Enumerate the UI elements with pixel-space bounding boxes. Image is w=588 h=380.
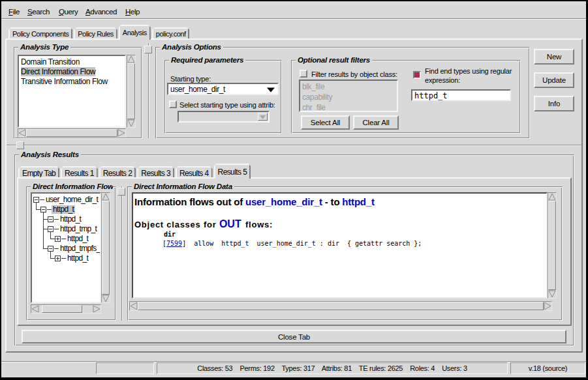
tree-node-user_home_dir_t[interactable]: user_home_dir_t [44, 195, 99, 205]
attrib-combo-button [258, 113, 268, 121]
tree-node-label[interactable]: httpd_t [59, 215, 82, 224]
flow-rule-line: [7599] allow httpd_t user_home_dir_t : d… [162, 240, 546, 247]
tree-node-label[interactable]: httpd_tmp_t [59, 225, 98, 233]
flow-data-textarea[interactable]: Information flows out of user_home_dir_t… [132, 192, 548, 299]
new-button[interactable]: New [534, 49, 574, 65]
results-sash-handle[interactable] [117, 188, 125, 196]
results-sash-vertical[interactable] [121, 186, 123, 321]
results-tab-results-5[interactable]: Results 5 [214, 164, 251, 179]
results-tab-results-2[interactable]: Results 2 [99, 166, 136, 177]
scroll-thumb[interactable] [26, 129, 117, 137]
update-button[interactable]: Update [534, 72, 574, 88]
tree-node-label[interactable]: httpd_tmpfs_t [59, 244, 101, 253]
starting-type-combobox[interactable]: user_home_dir_t [167, 83, 279, 95]
tree-node-httpd_t[interactable]: httpd_t [66, 234, 89, 244]
info-button[interactable]: Info [534, 96, 574, 111]
analysis-type-hscrollbar[interactable] [18, 128, 126, 138]
tree-node-label[interactable]: httpd_t [66, 235, 89, 243]
scroll-up-icon[interactable] [548, 193, 556, 201]
tree-collapse-icon[interactable] [48, 246, 54, 252]
tab-policy-components[interactable]: Policy Components [8, 27, 72, 38]
tree-node-httpd_tmpfs_t[interactable]: httpd_tmpfs_t [59, 244, 101, 254]
clear-all-button[interactable]: Clear All [353, 115, 399, 130]
pane-sash-handle[interactable] [144, 46, 152, 53]
pane-sash-vertical[interactable] [148, 43, 149, 138]
menu-help[interactable]: Help [125, 8, 140, 16]
menu-search[interactable]: Search [27, 8, 50, 16]
analysis-options-group: Analysis Options Required parameters Sta… [155, 47, 530, 139]
results-tab-results-3[interactable]: Results 3 [137, 166, 174, 177]
pane-sash-horizontal[interactable] [7, 145, 581, 146]
scroll-down-icon[interactable] [102, 295, 110, 302]
analysis-options-group-label: Analysis Options [160, 43, 223, 51]
tree-connector-line [36, 203, 37, 209]
analysis-type-item[interactable]: Direct Information Flow [19, 67, 125, 77]
close-tab-button[interactable]: Close Tab [22, 330, 566, 343]
menu-file[interactable]: File [8, 8, 20, 16]
analysis-type-item-label[interactable]: Direct Information Flow [21, 67, 95, 76]
tree-node-httpd_t[interactable]: httpd_t [66, 254, 89, 263]
tree-collapse-icon[interactable] [48, 226, 54, 232]
scroll-up-icon[interactable] [102, 193, 110, 201]
attrib-checkbox-label: Select starting type using attrib: [179, 101, 275, 109]
tree-node-label[interactable]: user_home_dir_t [44, 196, 99, 204]
object-class-item: capability [300, 92, 397, 102]
scroll-left-icon[interactable] [130, 302, 138, 310]
results-tab-results-4[interactable]: Results 4 [176, 166, 213, 177]
tab-policy-conf[interactable]: policy.conf [152, 27, 190, 38]
scroll-up-icon[interactable] [127, 55, 135, 63]
object-class-item: blk_file [300, 81, 397, 92]
tree-collapse-icon[interactable] [48, 216, 54, 222]
scroll-thumb[interactable] [102, 201, 110, 295]
analysis-type-item[interactable]: Transitive Information Flow [19, 77, 125, 87]
scroll-thumb[interactable] [127, 63, 135, 119]
flow-data-vscrollbar[interactable] [548, 192, 557, 299]
scroll-right-icon[interactable] [544, 302, 551, 310]
tree-collapse-icon[interactable] [33, 197, 39, 203]
tab-policy-rules[interactable]: Policy Rules [74, 27, 117, 38]
scroll-down-icon[interactable] [548, 290, 556, 298]
tree-expand-icon[interactable] [55, 236, 61, 242]
tree-node-label[interactable]: httpd_t [66, 254, 89, 263]
scroll-right-icon[interactable] [117, 129, 125, 137]
scroll-down-icon[interactable] [127, 119, 135, 127]
attrib-checkbox-indicator[interactable] [169, 100, 177, 108]
regex-checkbox[interactable] [413, 71, 421, 79]
tree-node-httpd_t[interactable]: httpd_t [52, 205, 75, 214]
flow-tree-group: Direct Information Flow Tree user_home_d… [26, 186, 116, 321]
scroll-thumb[interactable] [42, 305, 82, 313]
select-all-button[interactable]: Select All [301, 115, 350, 130]
attrib-checkbox[interactable] [169, 100, 177, 110]
tree-expand-icon[interactable] [55, 256, 61, 261]
tab-analysis[interactable]: Analysis [119, 25, 151, 40]
analysis-type-listbox[interactable]: Domain TransitionDirect Information Flow… [18, 55, 126, 128]
menu-advanced[interactable]: Advanced [85, 8, 117, 16]
analysis-type-item[interactable]: Domain Transition [19, 57, 125, 67]
apol-window: FileSearchQueryAdvancedHelp Policy Compo… [0, 0, 588, 380]
pane-sash-horizontal-handle[interactable] [16, 141, 24, 149]
analysis-type-item-label[interactable]: Transitive Information Flow [21, 77, 108, 86]
tree-node-httpd_t[interactable]: httpd_t [59, 214, 82, 224]
flow-tree-vscrollbar[interactable] [101, 192, 110, 303]
analysis-type-vscrollbar[interactable] [127, 55, 136, 128]
rule-id-link[interactable]: 7599 [166, 240, 182, 247]
scroll-left-icon[interactable] [18, 129, 26, 137]
analysis-type-item-label[interactable]: Domain Transition [21, 57, 80, 66]
scroll-left-icon[interactable] [31, 305, 39, 313]
combo-arrow-icon[interactable] [267, 87, 275, 93]
scroll-thumb[interactable] [548, 201, 556, 290]
flow-tree-group-label: Direct Information Flow Tree [31, 183, 113, 190]
menu-query[interactable]: Query [59, 8, 78, 16]
tree-node-httpd_tmp_t[interactable]: httpd_tmp_t [59, 224, 98, 234]
filter-checkbox[interactable] [300, 70, 307, 78]
tree-node-label[interactable]: httpd_t [52, 205, 75, 214]
flow-data-hscrollbar[interactable] [129, 301, 552, 311]
flow-tree[interactable]: user_home_dir_thttpd_thttpd_thttpd_tmp_t… [31, 192, 101, 303]
results-tab-empty-tab[interactable]: Empty Tab [18, 166, 59, 177]
regex-entry[interactable]: httpd_t [411, 89, 511, 101]
results-tab-results-1[interactable]: Results 1 [61, 166, 98, 177]
scroll-right-icon[interactable] [93, 305, 101, 313]
scroll-thumb[interactable] [138, 302, 544, 310]
tree-collapse-icon[interactable] [40, 207, 46, 212]
flow-tree-hscrollbar[interactable] [31, 304, 101, 314]
